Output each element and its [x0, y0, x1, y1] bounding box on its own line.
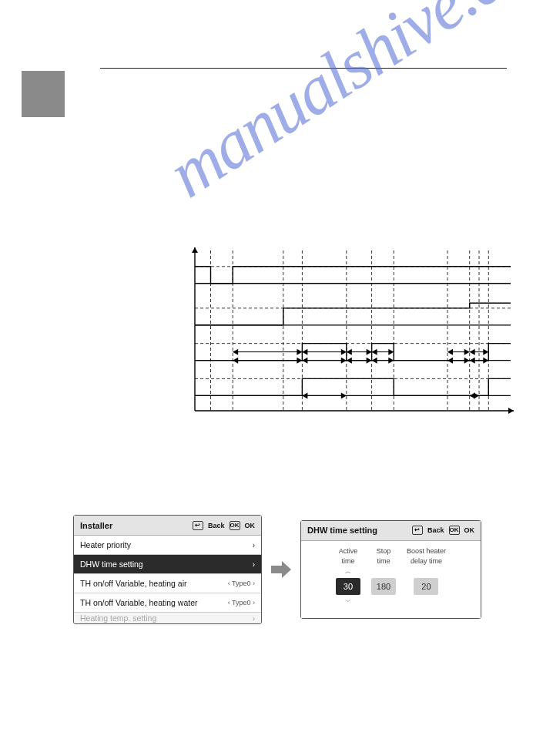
value-column: Boost heaterdelay time︿20﹀: [407, 547, 446, 606]
svg-marker-60: [302, 392, 307, 398]
ok-icon[interactable]: OK: [230, 521, 240, 530]
menu-item-label: Heater priority: [80, 540, 131, 549]
chevron-down-icon[interactable]: ﹀: [345, 597, 351, 606]
svg-marker-58: [483, 358, 488, 364]
back-label: Back: [427, 526, 444, 534]
menu-item[interactable]: Heater priority›: [74, 536, 261, 555]
svg-marker-57: [470, 358, 475, 364]
chevron-right-icon: ›: [253, 541, 255, 549]
menu-item-trailing: ‹ Type0 ›: [228, 599, 255, 606]
menu-item-label: TH on/off Variable, heating water: [80, 598, 198, 607]
back-icon[interactable]: ↩: [412, 526, 423, 535]
timing-chart: [181, 243, 520, 428]
back-label: Back: [208, 522, 225, 529]
svg-marker-55: [464, 358, 470, 364]
svg-marker-34: [388, 349, 394, 355]
header-rule: [100, 68, 507, 69]
back-icon[interactable]: ↩: [193, 521, 203, 530]
svg-marker-25: [297, 349, 302, 355]
installer-panel-header: Installer ↩ Back OK OK: [74, 516, 261, 536]
menu-item-label: DHW time setting: [80, 559, 143, 569]
dhw-panel-header: DHW time setting ↩ Back OK OK: [301, 521, 481, 541]
chevron-up-icon[interactable]: ︿: [345, 567, 351, 576]
value-box[interactable]: 20: [414, 578, 438, 595]
value-column: Stoptime︿180﹀: [371, 547, 396, 606]
chevron-right-icon: ›: [253, 560, 255, 569]
svg-marker-43: [297, 358, 302, 364]
panel-title: DHW time setting: [307, 526, 377, 535]
svg-marker-30: [347, 349, 352, 355]
value-column: Activetime︿30﹀: [336, 547, 360, 606]
svg-marker-28: [341, 349, 347, 355]
column-label: Stop: [377, 547, 391, 555]
menu-item-label: Heating temp. setting: [80, 613, 156, 623]
menu-item-trailing: ‹ Type0 ›: [228, 580, 255, 587]
svg-marker-39: [470, 349, 475, 355]
svg-marker-64: [474, 392, 479, 398]
svg-marker-3: [508, 408, 514, 414]
menu-item[interactable]: Heating temp. setting›: [74, 613, 261, 623]
svg-marker-51: [372, 358, 377, 364]
menu-item-label: TH on/off Variable, heating air: [80, 579, 187, 588]
ok-label: OK: [245, 522, 256, 529]
svg-marker-45: [302, 358, 307, 364]
svg-marker-31: [367, 349, 372, 355]
chevron-right-icon: ›: [253, 614, 255, 623]
watermark: manualshive.com: [154, 0, 553, 213]
svg-marker-24: [233, 349, 238, 355]
svg-marker-33: [372, 349, 377, 355]
svg-marker-46: [341, 358, 347, 364]
svg-marker-54: [447, 358, 453, 364]
dhw-panel: DHW time setting ↩ Back OK OK Activetime…: [300, 520, 481, 620]
menu-item[interactable]: DHW time setting›: [74, 555, 261, 574]
svg-marker-52: [388, 358, 394, 364]
arrow-right-icon: [271, 561, 291, 578]
panel-title: Installer: [80, 521, 112, 530]
column-label: Boost heater: [407, 547, 446, 555]
menu-item[interactable]: TH on/off Variable, heating water‹ Type0…: [74, 593, 261, 613]
column-label: Active: [339, 547, 358, 555]
svg-marker-37: [464, 349, 470, 355]
svg-marker-48: [347, 358, 352, 364]
svg-marker-61: [341, 392, 347, 398]
menu-item[interactable]: TH on/off Variable, heating air‹ Type0 ›: [74, 574, 261, 593]
ok-icon[interactable]: OK: [449, 526, 460, 535]
svg-marker-49: [367, 358, 372, 364]
dhw-panel-body: Activetime︿30﹀Stoptime︿180﹀Boost heaterd…: [301, 541, 481, 619]
value-box[interactable]: 180: [371, 578, 396, 595]
svg-marker-42: [233, 358, 238, 364]
column-label: time: [377, 557, 390, 565]
margin-tab: [22, 71, 65, 117]
value-box[interactable]: 30: [336, 578, 360, 595]
svg-marker-40: [483, 349, 488, 355]
svg-marker-1: [192, 247, 198, 253]
installer-list: Heater priority›DHW time setting›TH on/o…: [74, 536, 261, 623]
column-label: delay time: [411, 557, 442, 565]
svg-marker-36: [447, 349, 453, 355]
svg-marker-27: [302, 349, 307, 355]
ok-label: OK: [464, 526, 475, 534]
installer-panel: Installer ↩ Back OK OK Heater priority›D…: [73, 515, 262, 624]
column-label: time: [341, 557, 354, 565]
